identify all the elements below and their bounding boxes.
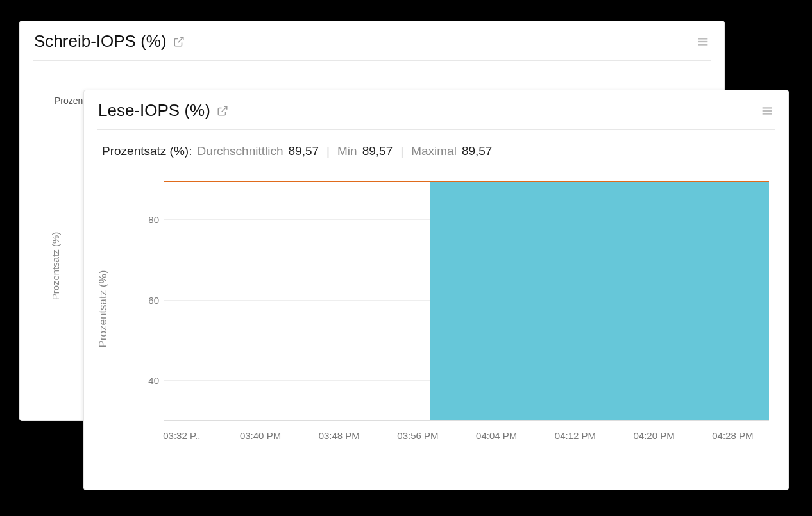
panel-title-wrap: Schreib-IOPS (%) [34, 31, 185, 51]
x-tick: 03:48 PM [319, 430, 360, 441]
y-axis-title: Prozentsatz (%) [50, 232, 61, 301]
stats-label: Prozentsatz (%): [102, 144, 192, 158]
panel-header: Lese-IOPS (%) [84, 90, 788, 129]
stats-label: Prozent [55, 96, 85, 106]
series-fill [430, 181, 769, 420]
panel-title: Lese-IOPS (%) [98, 101, 210, 121]
popout-icon[interactable] [217, 105, 228, 117]
plot[interactable]: 80 60 40 [164, 171, 769, 421]
panel-title-wrap: Lese-IOPS (%) [98, 101, 228, 121]
stats-row: Prozentsatz (%): Durchschnittlich 89,57 … [84, 130, 788, 165]
chart-area: Prozentsatz (%) 80 60 40 03:32 P.. 03:40… [99, 165, 775, 453]
x-tick: 04:20 PM [634, 430, 675, 441]
stat-max-name: Maximal [411, 144, 457, 158]
popout-icon[interactable] [173, 36, 185, 47]
y-axis-title: Prozentsatz (%) [97, 270, 110, 348]
stat-min-name: Min [337, 144, 357, 158]
x-tick: 04:12 PM [555, 430, 596, 441]
stat-avg-name: Durchschnittlich [197, 144, 283, 158]
y-tick: 40 [148, 375, 159, 386]
x-tick: 04:04 PM [476, 430, 517, 441]
stat-sep: | [398, 144, 406, 158]
stat-max-val: 89,57 [462, 144, 493, 158]
plot-inner: 80 60 40 [164, 171, 769, 421]
x-tick: 03:32 P.. [163, 430, 200, 441]
menu-icon[interactable] [760, 104, 774, 118]
y-tick: 60 [148, 294, 159, 305]
series-line [164, 181, 769, 182]
panel-lese-iops: Lese-IOPS (%) Prozentsatz (%): Durchschn… [83, 90, 789, 490]
divider [33, 60, 711, 61]
y-tick: 80 [148, 214, 159, 225]
stat-min-val: 89,57 [362, 144, 393, 158]
panel-title: Schreib-IOPS (%) [34, 31, 167, 51]
menu-icon[interactable] [696, 35, 710, 49]
x-tick: 03:40 PM [240, 430, 281, 441]
x-ticks: 03:32 P.. 03:40 PM 03:48 PM 03:56 PM 04:… [164, 430, 769, 443]
x-tick: 04:28 PM [712, 430, 753, 441]
stat-sep: | [324, 144, 332, 158]
panel-header: Schreib-IOPS (%) [20, 21, 724, 60]
stat-avg-val: 89,57 [289, 144, 319, 158]
x-tick: 03:56 PM [397, 430, 438, 441]
